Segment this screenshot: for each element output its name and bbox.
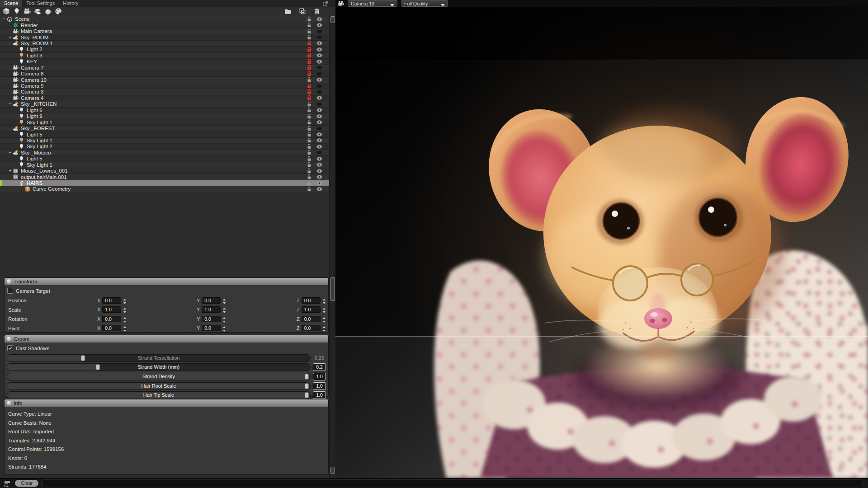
- lock-closed-icon[interactable]: [307, 65, 312, 70]
- scale-y-field[interactable]: 1.0: [202, 306, 221, 313]
- lock-open-icon[interactable]: [307, 28, 312, 34]
- slider-value-hair-tip-scale[interactable]: 1.0: [313, 391, 326, 399]
- tree-row-camera-3[interactable]: Camera 3: [0, 89, 329, 95]
- lock-open-icon[interactable]: [307, 168, 312, 174]
- tree-row-camera-9[interactable]: Camera 9: [0, 83, 329, 89]
- trash-icon[interactable]: [313, 8, 321, 15]
- tree-row-light-2[interactable]: Light 2: [0, 47, 329, 52]
- eye-icon[interactable]: [316, 132, 323, 137]
- scrollbar-track[interactable]: [329, 16, 335, 478]
- position-z-field[interactable]: 0.0: [302, 297, 321, 304]
- slider-value-strand-width-mm[interactable]: 0.2: [313, 363, 326, 371]
- add-camera-button[interactable]: [24, 8, 31, 15]
- stepper-icon[interactable]: [322, 316, 326, 322]
- eye-icon[interactable]: [316, 187, 323, 192]
- console-log-icon[interactable]: [4, 480, 11, 487]
- tree-row-sky-forest[interactable]: −Sky _FOREST: [0, 126, 329, 131]
- position-y-field[interactable]: 0.0: [202, 297, 221, 304]
- lock-closed-icon[interactable]: [307, 52, 312, 58]
- stepper-icon[interactable]: [123, 307, 127, 312]
- slider-hair-tip-scale[interactable]: Hair Tip Scale: [7, 391, 311, 399]
- position-x-field[interactable]: 0.0: [102, 297, 121, 304]
- clear-button[interactable]: Clear: [15, 480, 38, 487]
- lock-open-icon[interactable]: [307, 119, 312, 125]
- tab-history[interactable]: History: [59, 0, 82, 7]
- eye-hidden-icon[interactable]: [316, 29, 323, 34]
- lock-open-icon[interactable]: [307, 126, 312, 131]
- tree-row-sky-room[interactable]: +Sky_ROOM: [0, 34, 329, 40]
- rotation-y-field[interactable]: 0.0: [202, 316, 221, 322]
- eye-icon[interactable]: [316, 174, 323, 179]
- tree-row-sky-kitchen[interactable]: −Sky _KITCHEN: [0, 101, 329, 107]
- eye-icon[interactable]: [316, 59, 323, 64]
- lock-open-icon[interactable]: [307, 101, 312, 107]
- lock-closed-icon[interactable]: [307, 71, 312, 77]
- external-link-icon[interactable]: [322, 0, 328, 6]
- tree-row-sky-light-1[interactable]: Sky Light 1: [0, 119, 329, 125]
- tree-row-curve-geometry[interactable]: Curve Geometry: [0, 186, 329, 192]
- eye-icon[interactable]: [316, 41, 323, 46]
- render-viewport[interactable]: [335, 7, 868, 478]
- camera-select[interactable]: Camera 10: [348, 0, 397, 7]
- expander-minus-icon[interactable]: −: [14, 181, 19, 185]
- eye-icon[interactable]: [316, 138, 323, 143]
- stepper-icon[interactable]: [123, 325, 127, 331]
- tree-row-sky-light-2[interactable]: Sky Light 2: [0, 144, 329, 150]
- lock-open-icon[interactable]: [307, 186, 312, 192]
- lock-open-icon[interactable]: [307, 131, 312, 137]
- lock-open-icon[interactable]: [307, 34, 312, 40]
- tree-row-light-5[interactable]: Light 5: [0, 131, 329, 137]
- lock-closed-icon[interactable]: [307, 83, 312, 89]
- tree-row-light-6[interactable]: Light 6: [0, 108, 329, 113]
- eye-icon[interactable]: [316, 162, 323, 167]
- rotation-x-field[interactable]: 0.0: [102, 316, 121, 322]
- tree-row-key[interactable]: KEY: [0, 59, 329, 65]
- scrollbar-thumb[interactable]: [330, 467, 335, 474]
- eye-hidden-icon[interactable]: [316, 89, 323, 94]
- stepper-icon[interactable]: [222, 325, 226, 331]
- tree-row-light-3[interactable]: Light 3: [0, 53, 329, 59]
- scale-x-field[interactable]: 1.0: [102, 306, 121, 313]
- stepper-icon[interactable]: [222, 298, 226, 303]
- eye-icon[interactable]: [316, 120, 323, 125]
- scrollbar-thumb[interactable]: [330, 16, 335, 23]
- eye-icon[interactable]: [316, 53, 323, 58]
- add-geometry-button[interactable]: [3, 8, 10, 15]
- add-light-button[interactable]: [13, 8, 20, 15]
- duplicate-icon[interactable]: [299, 8, 306, 15]
- lock-closed-icon[interactable]: [307, 95, 312, 101]
- slider-value-strand-density[interactable]: 1.0: [313, 373, 326, 380]
- tree-row-camera-8[interactable]: Camera 8: [0, 71, 329, 77]
- folder-icon[interactable]: [284, 8, 292, 15]
- stepper-icon[interactable]: [322, 325, 326, 331]
- eye-hidden-icon[interactable]: [316, 71, 323, 76]
- tree-row-sky-motoco[interactable]: −Sky _Motoco: [0, 150, 329, 156]
- tree-row-light-9[interactable]: Light 9: [0, 113, 329, 119]
- eye-icon[interactable]: [316, 156, 323, 161]
- pivot-x-field[interactable]: 0.0: [102, 325, 121, 331]
- lock-closed-icon[interactable]: [307, 40, 312, 46]
- tree-row-sky-light-1[interactable]: Sky Light 1: [0, 162, 329, 168]
- slider-strand-width-mm[interactable]: Strand Width (mm): [7, 363, 311, 371]
- rotation-z-field[interactable]: 0.0: [302, 316, 321, 322]
- stepper-icon[interactable]: [322, 298, 326, 303]
- camera-target-checkbox[interactable]: [7, 288, 13, 294]
- stepper-icon[interactable]: [222, 316, 226, 322]
- lock-open-icon[interactable]: [307, 150, 312, 155]
- tree-row-camera-10[interactable]: Camera 10: [0, 77, 329, 83]
- tree-row-mouse-lowres-001[interactable]: +Mouse_Lowres_001: [0, 168, 329, 174]
- expander-plus-icon[interactable]: +: [8, 35, 13, 40]
- tree-row-sky-room-1[interactable]: −Sky_ROOM 1: [0, 41, 329, 47]
- tree-row-camera-7[interactable]: Camera 7: [0, 65, 329, 71]
- stepper-icon[interactable]: [322, 307, 326, 312]
- lock-open-icon[interactable]: [307, 16, 312, 22]
- scrollbar-thumb[interactable]: [330, 277, 335, 301]
- eye-icon[interactable]: [316, 114, 323, 119]
- expander-minus-icon[interactable]: −: [8, 150, 13, 155]
- expander-minus-icon[interactable]: −: [2, 17, 7, 21]
- lock-open-icon[interactable]: [307, 174, 312, 180]
- palette-button[interactable]: [55, 8, 62, 15]
- tree-row-scene[interactable]: −Scene: [0, 16, 329, 22]
- lock-open-icon[interactable]: [307, 180, 312, 186]
- eye-icon[interactable]: [316, 181, 323, 186]
